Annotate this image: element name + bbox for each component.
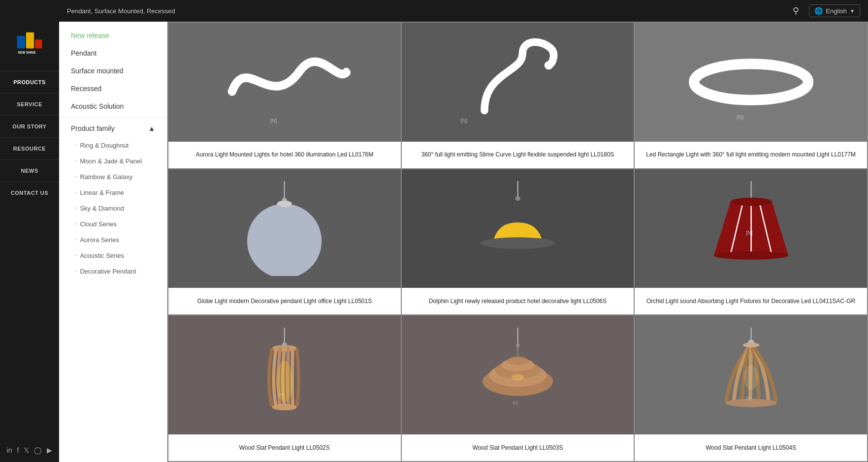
language-label: English — [826, 7, 847, 15]
product-title-p9: Wood Slat Pendant Light LL0504S — [635, 434, 867, 461]
product-card-p1[interactable]: [N] Aurora Light Mounted Lights for hote… — [168, 23, 401, 168]
svg-point-16 — [481, 237, 555, 249]
product-title-p4: Globe Light modern Decorative pendant Li… — [168, 288, 401, 314]
product-family-sub-items: Ring & Doughnut Moon & Jade & Panel Rain… — [59, 137, 167, 279]
search-icon[interactable]: ⚲ — [793, 5, 799, 16]
logo[interactable]: NEW SHINE — [12, 27, 47, 61]
sub-item-ring-doughnut[interactable]: Ring & Doughnut — [59, 137, 167, 153]
svg-rect-0 — [17, 36, 25, 48]
dropdown-pendant[interactable]: Pendant — [59, 44, 167, 62]
product-family-label: Product family — [71, 124, 115, 132]
product-image-p2: [N] — [402, 23, 634, 142]
product-title-p1: Aurora Light Mounted Lights for hotel 36… — [168, 142, 401, 168]
svg-text:[N]: [N] — [279, 392, 284, 397]
twitter-icon[interactable]: 𝕏 — [24, 446, 29, 454]
svg-point-38 — [512, 374, 524, 380]
svg-point-44 — [743, 365, 758, 389]
sidebar-nav: PRODUCTS SERVICE OUR STORY RESOURCE NEWS… — [0, 71, 59, 438]
dropdown-acoustic-solution[interactable]: Acoustic Solution — [59, 97, 167, 115]
sidebar-item-resource[interactable]: RESOURCE — [0, 137, 59, 159]
svg-rect-1 — [26, 32, 34, 49]
divider — [59, 117, 167, 118]
dropdown-new-release[interactable]: New release — [59, 27, 167, 44]
svg-point-13 — [277, 200, 292, 207]
product-title-p8: Wood Slat Pendant Light LL0503S — [402, 434, 634, 461]
sub-item-aurora-series[interactable]: Aurora Series — [59, 232, 167, 247]
instagram-icon[interactable]: ◯ — [34, 446, 42, 454]
breadcrumb: Pendant, Surface Mounted, Recessed — [67, 7, 793, 15]
product-image-p8: [N] — [402, 315, 634, 434]
sidebar-item-products[interactable]: PRODUCTS — [0, 71, 59, 93]
svg-text:[N]: [N] — [737, 114, 743, 120]
svg-point-8 — [694, 64, 808, 100]
product-image-p1: [N] — [168, 23, 401, 142]
facebook-icon[interactable]: f — [17, 446, 19, 454]
svg-rect-2 — [35, 39, 42, 48]
dropdown-surface-mounted[interactable]: Surface mounted — [59, 62, 167, 80]
svg-point-22 — [714, 251, 788, 260]
product-title-p6: Orchid Light sound Absorbing Light Fixtu… — [635, 288, 867, 314]
sub-item-moon-jade-panel[interactable]: Moon & Jade & Panel — [59, 153, 167, 169]
dropdown-recessed[interactable]: Recessed — [59, 80, 167, 97]
svg-text:[N]: [N] — [746, 396, 751, 401]
sub-item-acoustic-series[interactable]: Acoustic Series — [59, 247, 167, 263]
product-title-p3: Led Rectangle Light with 360° full light… — [635, 142, 867, 168]
svg-text:[N]: [N] — [270, 118, 277, 123]
product-image-p6: [N] — [635, 169, 867, 288]
product-title-p7: Wood Slat Pendant Light LL0502S — [168, 434, 401, 461]
sub-item-decorative-pendant[interactable]: Decorative Pendant — [59, 263, 167, 279]
product-image-p5 — [402, 169, 634, 288]
product-grid: [N] Aurora Light Mounted Lights for hote… — [167, 22, 868, 462]
sidebar: NEW SHINE PRODUCTS SERVICE OUR STORY RES… — [0, 22, 59, 462]
product-card-p8[interactable]: [N] Wood Slat Pendant Light LL0503S — [402, 315, 634, 461]
svg-point-6 — [545, 61, 553, 69]
product-card-p7[interactable]: [N] Wood Slat Pendant Light LL0502S — [168, 315, 401, 461]
svg-text:NEW SHINE: NEW SHINE — [18, 51, 35, 54]
svg-text:[N]: [N] — [461, 118, 468, 123]
linkedin-icon[interactable]: in — [7, 446, 12, 454]
product-image-p4 — [168, 169, 401, 288]
main-layout: NEW SHINE PRODUCTS SERVICE OUR STORY RES… — [0, 22, 868, 462]
product-card-p2[interactable]: [N] 360° full light emitting Slime Curve… — [402, 23, 634, 168]
svg-point-15 — [515, 196, 520, 201]
product-image-p9: [N] — [635, 315, 867, 434]
sub-item-linear-frame[interactable]: Linear & Frame — [59, 185, 167, 200]
product-card-p4[interactable]: Globe Light modern Decorative pendant Li… — [168, 169, 401, 315]
globe-icon: 🌐 — [814, 7, 823, 15]
svg-point-21 — [730, 197, 772, 206]
svg-point-12 — [247, 204, 321, 276]
topbar: Pendant, Surface Mounted, Recessed ⚲ 🌐 E… — [0, 0, 868, 22]
sidebar-item-service[interactable]: SERVICE — [0, 93, 59, 115]
dropdown-panel: New release Pendant Surface mounted Rece… — [59, 22, 167, 462]
chevron-down-icon: ▼ — [850, 8, 855, 14]
svg-text:[N]: [N] — [746, 230, 752, 236]
product-family-header[interactable]: Product family ▲ — [59, 120, 167, 137]
sidebar-item-our-story[interactable]: OUR STORY — [0, 115, 59, 137]
svg-point-43 — [742, 342, 759, 347]
social-links: in f 𝕏 ◯ ▶ — [2, 438, 58, 462]
product-card-p9[interactable]: [N] Wood Slat Pendant Light LL0504S — [635, 315, 867, 461]
svg-point-4 — [343, 68, 350, 75]
product-image-p7: [N] — [168, 315, 401, 434]
product-card-p3[interactable]: [N] Led Rectangle Light with 360° full l… — [635, 23, 867, 168]
youtube-icon[interactable]: ▶ — [47, 446, 52, 454]
sub-item-rainbow-galaxy[interactable]: Rainbow & Galaxy — [59, 169, 167, 185]
product-title-p5: Dolphin Light newly released product hot… — [402, 288, 634, 314]
sidebar-item-contact-us[interactable]: CONTACT US — [0, 182, 59, 204]
sidebar-item-news[interactable]: NEWS — [0, 159, 59, 182]
svg-point-28 — [272, 403, 297, 410]
sub-item-sky-diamond[interactable]: Sky & Diamond — [59, 200, 167, 216]
sub-item-cloud-series[interactable]: Cloud Series — [59, 216, 167, 232]
svg-point-36 — [507, 356, 528, 365]
svg-text:[N]: [N] — [513, 400, 518, 405]
product-card-p5[interactable]: Dolphin Light newly released product hot… — [402, 169, 634, 315]
chevron-up-icon: ▲ — [148, 124, 155, 132]
language-selector[interactable]: 🌐 English ▼ — [809, 4, 860, 17]
product-card-p6[interactable]: [N] Orchid Light sound Absorbing Light F… — [635, 169, 867, 315]
product-title-p2: 360° full light emitting Slime Curve Lig… — [402, 142, 634, 168]
product-image-p3: [N] — [635, 23, 867, 142]
